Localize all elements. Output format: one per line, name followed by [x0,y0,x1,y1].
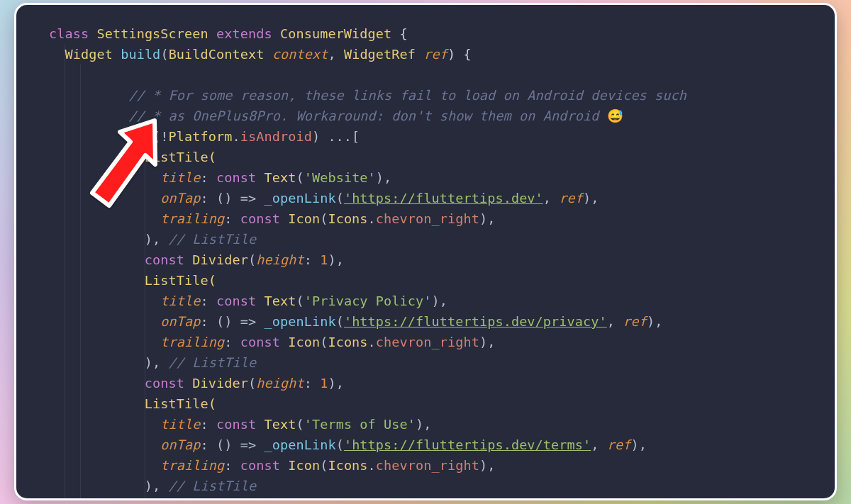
paren: ), [432,293,447,308]
height-val: 1 [320,499,328,500]
icon-class: Icon [288,458,320,473]
list-tile: ListTile( [145,273,216,288]
divider-class: Divider [192,499,248,500]
prop-ontap: onTap [160,191,200,206]
str-privacy: 'Privacy Policy' [304,293,432,308]
icons-class: Icons [328,335,367,349]
kw-const: const [216,170,256,185]
chevron-right-member: chevron_right [376,211,479,226]
ref-arg: ref [559,191,583,206]
colon: : [201,437,208,452]
comma: , [328,47,335,62]
ref-arg: ref [623,314,647,329]
height-kw: height [256,499,304,500]
paren: ), [583,191,599,206]
paren: ( [248,376,256,391]
tile0-ontap: onTap: () => _openLink('https://fluttert… [160,191,599,206]
code-block: class SettingsScreen extends ConsumerWid… [49,23,821,500]
colon: : [201,191,208,206]
open-link-fn: _openLink [264,437,335,452]
icons-class: Icons [328,458,367,473]
platform-class: Platform [169,129,233,144]
list-tile: ListTile( [145,396,216,411]
is-android: isAndroid [240,129,312,144]
text-class: Text [265,417,296,432]
icons-class: Icons [328,211,367,226]
line-2: Widget build(BuildContext context, Widge… [65,47,471,62]
list-tile: ListTile( [145,150,216,164]
arrow-fn: () => [216,437,264,452]
height-kw: height [256,376,304,391]
paren: ( [296,293,304,308]
colon: : [201,314,208,329]
prop-ontap: onTap [160,314,200,329]
tile2-trailing: trailing: const Icon(Icons.chevron_right… [160,458,495,473]
tile1-title: title: const Text('Privacy Policy'), [160,293,447,308]
prop-ontap: onTap [160,437,200,452]
list-tile-open: ListTile( [145,396,216,411]
end: ) ...[ [312,129,360,144]
list-tile-open: ListTile( [145,273,216,288]
paren: ( [160,47,168,62]
paren: ( [248,252,256,267]
divider-class: Divider [192,252,248,267]
op: (! [145,129,169,144]
icon-class: Icon [288,211,320,226]
tile2-ontap: onTap: () => _openLink('https://fluttert… [160,437,647,452]
end: ), [328,252,343,267]
colon: : [224,335,232,349]
dot: . [233,129,240,144]
colon: : [201,170,208,185]
prop-title: title [160,417,200,432]
kw-const: const [240,335,280,349]
emoji-sweat-smile: 😅 [607,108,623,123]
paren: ( [336,314,344,329]
close: ), [145,478,160,493]
paren: ), [630,437,646,452]
dot: . [368,335,376,349]
paren: ), [647,314,662,329]
prop-trailing: trailing [160,211,224,226]
open-link-fn: _openLink [264,191,335,206]
close: ), [145,232,160,247]
paren: ( [296,170,304,185]
dot: . [368,458,376,473]
divider-2: const Divider(height: 1), [145,376,344,391]
method-build: build [121,47,160,62]
chevron-right-member: chevron_right [376,458,479,473]
end: ), [328,376,343,391]
kw-const: const [216,293,256,308]
kw-const: const [145,499,184,500]
paren: ( [248,499,256,500]
tile1-trailing: trailing: const Icon(Icons.chevron_right… [160,335,495,349]
paren: ), [479,211,495,226]
open-link-fn: _openLink [264,314,335,329]
colon: : [304,376,312,391]
colon: : [201,293,208,308]
tile0-trailing: trailing: const Icon(Icons.chevron_right… [160,211,495,226]
line-if: if (!Platform.isAndroid) ...[ [128,129,360,144]
brace: ) { [447,47,472,62]
ref-arg: ref [607,437,631,452]
prop-title: title [160,293,200,308]
return-type: Widget [65,47,112,62]
divider-class: Divider [192,376,248,391]
url-terms: 'https://fluttertips.dev/terms' [344,437,591,452]
paren: ), [479,335,495,349]
comma: , [543,191,559,206]
close-comment: // ListTile [160,478,256,493]
kw-const: const [240,458,280,473]
class-name: SettingsScreen [96,26,208,41]
prop-trailing: trailing [160,335,224,349]
list-tile-open: ListTile( [145,150,216,164]
url-privacy: 'https://fluttertips.dev/privacy' [344,314,607,329]
text-class: Text [265,293,296,308]
paren: ( [336,437,344,452]
text-class: Text [265,170,296,185]
param-type: WidgetRef [344,47,416,62]
kw-const: const [145,252,184,267]
param-context: context [272,47,328,62]
prop-title: title [160,170,200,185]
superclass: ConsumerWidget [280,26,391,41]
dot: . [368,211,376,226]
